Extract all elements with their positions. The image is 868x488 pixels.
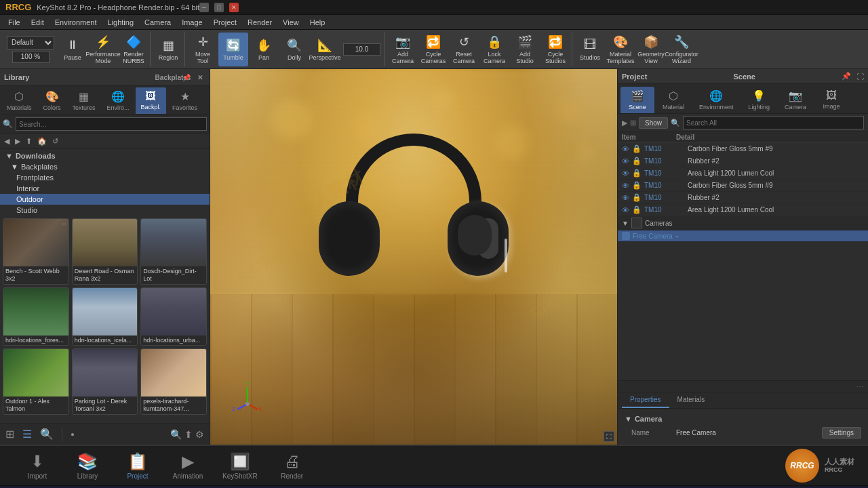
tab-textures[interactable]: ▦ Textures: [67, 87, 101, 114]
menu-file[interactable]: File: [3, 17, 26, 28]
move-tool-button[interactable]: ✛ Move Tool: [188, 33, 218, 66]
pan-button[interactable]: ✋ Pan: [249, 33, 279, 66]
library-search-input[interactable]: [16, 117, 207, 131]
minimize-button[interactable]: ─: [199, 3, 209, 12]
cycle-cameras-button[interactable]: 🔁 Cycle Cameras: [418, 33, 448, 66]
thumb-hdri-fores[interactable]: hdri-locations_fores...: [3, 287, 69, 346]
settings-icon[interactable]: ⚙: [195, 429, 204, 440]
thumb-hdri-urb[interactable]: hdri-locations_urba...: [140, 287, 207, 346]
perspective-button[interactable]: 📐 Perspective: [310, 33, 340, 66]
geometry-view-button[interactable]: 📦 Geometry View: [636, 33, 666, 66]
scene-show-button[interactable]: Show: [639, 117, 668, 129]
thumb-hdri-icel[interactable]: hdri-locations_icela...: [72, 287, 138, 346]
lock-icon-5[interactable]: 🔒: [632, 193, 642, 202]
taskbar-app-id[interactable]: Id: [325, 486, 342, 489]
scene-row-6[interactable]: 👁 🔒 TM10 Area Light 1200 Lumen Cool: [618, 204, 868, 216]
props-tab-materials[interactable]: Materials: [669, 392, 713, 408]
lock-icon-6[interactable]: 🔒: [632, 205, 642, 214]
menu-lighting[interactable]: Lighting: [102, 17, 139, 28]
toolbar-forward-button[interactable]: ▶: [14, 136, 22, 147]
scene-row-free-camera[interactable]: Free Camera -: [618, 230, 868, 242]
dock-import[interactable]: ⬇ Import: [14, 449, 61, 483]
viewport[interactable]: 人人素材 人人素材 RRCG 人人素材 Y X Z ⛶: [210, 69, 617, 445]
render-nurbs-button[interactable]: 🔷 Render NURBS: [119, 33, 149, 66]
taskbar-app-browser[interactable]: 🌐: [218, 486, 239, 489]
eye-icon-4[interactable]: 👁: [622, 182, 629, 190]
tab-lighting[interactable]: 💡 Lighting: [742, 87, 777, 113]
lock-icon-2[interactable]: 🔒: [632, 157, 642, 165]
toolbar-up-button[interactable]: ⬆: [24, 136, 33, 147]
thumb-outdoor1[interactable]: Outdoor 1 - Alex Talmon: [3, 348, 69, 415]
dock-library[interactable]: 📚 Library: [64, 449, 111, 483]
toolbar-home-button[interactable]: 🏠: [36, 136, 48, 147]
camera-props-header[interactable]: ▼ Camera: [625, 413, 861, 425]
performance-mode-button[interactable]: ⚡ Performance Mode: [88, 33, 118, 66]
lock-icon-3[interactable]: 🔒: [632, 169, 642, 178]
maximize-button[interactable]: □: [214, 3, 224, 12]
search-icon[interactable]: 🔍: [40, 428, 54, 441]
lock-icon-4[interactable]: 🔒: [632, 181, 642, 190]
material-templates-button[interactable]: 🎨 Material Templates: [606, 33, 635, 66]
settings-button[interactable]: Settings: [822, 427, 861, 439]
taskbar-app-folder[interactable]: 📁: [241, 486, 262, 489]
grid-view-icon[interactable]: ⊞: [5, 428, 14, 441]
region-button[interactable]: ▦ Region: [153, 33, 183, 66]
tumble-button[interactable]: 🔄 Tumble: [218, 33, 248, 66]
right-panel-expand-button[interactable]: ⛶: [856, 73, 864, 81]
menu-help[interactable]: Help: [304, 17, 331, 28]
tab-favorites[interactable]: ★ Favorites: [167, 87, 203, 114]
tab-material[interactable]: ⬡ Material: [656, 87, 691, 113]
eye-icon-1[interactable]: 👁: [622, 145, 629, 153]
tab-scene[interactable]: 🎬 Scene: [620, 87, 654, 113]
menu-render[interactable]: Render: [242, 17, 277, 28]
menu-project[interactable]: Project: [208, 17, 242, 28]
tab-materials[interactable]: ⬡ Materials: [1, 87, 37, 114]
taskbar-app-extra2[interactable]: ⚙: [389, 486, 407, 489]
thumb-dosch[interactable]: Dosch-Design_Dirt-Lot: [140, 218, 207, 285]
tab-environment-right[interactable]: 🌐 Environment: [692, 87, 741, 113]
add-icon[interactable]: ⬆: [184, 429, 193, 440]
list-view-icon[interactable]: ☰: [22, 428, 32, 441]
taskbar-app-keyshot[interactable]: 🔷: [195, 486, 216, 489]
toolbar-back-button[interactable]: ◀: [3, 136, 11, 147]
tree-item-studio[interactable]: Studio: [0, 205, 210, 216]
right-panel-pin-button[interactable]: 📌: [842, 72, 851, 81]
scene-row-2[interactable]: 👁 🔒 TM10 Rubber #2: [618, 155, 868, 167]
cycle-studios-button[interactable]: 🔁 Cycle Studios: [540, 33, 570, 66]
cpu-usage-input[interactable]: [12, 51, 50, 63]
tree-item-frontplates[interactable]: Frontplates: [0, 172, 210, 183]
scene-row-4[interactable]: 👁 🔒 TM10 Carbon Fiber Gloss 5mm #9: [618, 180, 868, 192]
scene-toolbar-group-icon[interactable]: ⊞: [630, 119, 636, 127]
scene-search-input[interactable]: [683, 116, 864, 129]
dock-project[interactable]: 📋 Project: [114, 449, 161, 483]
panel-pin-button[interactable]: 📌: [181, 72, 192, 83]
eye-icon-3[interactable]: 👁: [622, 169, 629, 178]
zoom-out-icon[interactable]: 🔍: [170, 429, 182, 440]
lock-icon-1[interactable]: 🔒: [632, 144, 642, 153]
cameras-group-row[interactable]: ▼ Cameras: [618, 216, 868, 230]
menu-environment[interactable]: Environment: [50, 17, 102, 28]
studios-button[interactable]: 🎞 Studios: [575, 33, 605, 66]
tab-backplates[interactable]: 🖼 Backpl.: [136, 87, 167, 114]
configurator-wizard-button[interactable]: 🔧 Configurator Wizard: [667, 33, 696, 66]
taskbar-app-ae[interactable]: Ae: [343, 486, 365, 489]
tab-environment[interactable]: 🌐 Enviro...: [102, 87, 135, 114]
thumb-bench[interactable]: ··· Bench - Scott Webb 3x2: [3, 218, 69, 285]
reset-camera-button[interactable]: ↺ Reset Camera: [449, 33, 479, 66]
tree-item-backplates[interactable]: ▼ Backplates: [0, 161, 210, 172]
tree-item-interior[interactable]: Interior: [0, 183, 210, 194]
scene-toolbar-arrow-icon[interactable]: ▶: [622, 119, 627, 127]
tab-image[interactable]: 🖼 Image: [814, 87, 848, 113]
toolbar-refresh-button[interactable]: ↺: [51, 136, 60, 147]
dock-animation[interactable]: ▶ Animation: [164, 449, 212, 483]
taskbar-app-word[interactable]: W: [264, 486, 282, 489]
add-studio-button[interactable]: 🎬 Add Studio: [510, 33, 540, 66]
panel-close-button[interactable]: ✕: [195, 72, 205, 83]
dock-keyshot-xr[interactable]: 🔲 KeyShotXR: [214, 449, 266, 483]
menu-edit[interactable]: Edit: [26, 17, 50, 28]
menu-image[interactable]: Image: [176, 17, 208, 28]
menu-view[interactable]: View: [277, 17, 304, 28]
taskbar-app-extra1[interactable]: Ru: [366, 486, 388, 489]
menu-camera[interactable]: Camera: [139, 17, 176, 28]
tree-root-downloads[interactable]: ▼ Downloads: [0, 150, 210, 161]
